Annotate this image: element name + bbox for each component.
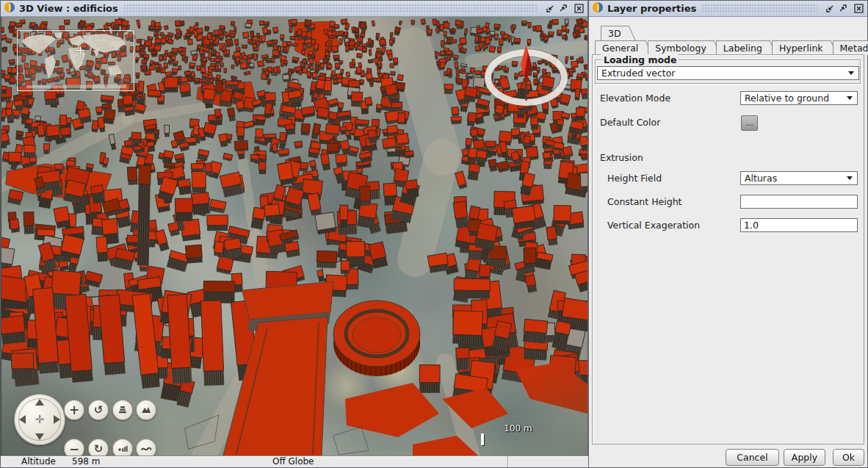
map-location-marker-icon (76, 46, 84, 54)
chevron-down-icon (847, 176, 853, 180)
3d-scene-viewport[interactable]: ✛ + ↺ − ↻ 100 m (1, 17, 587, 457)
chevron-down-icon (847, 96, 853, 100)
close-icon[interactable] (574, 3, 585, 14)
globe-status: Off Globe (272, 456, 314, 467)
chevron-down-icon (848, 71, 854, 75)
elevation-mode-label: Elevation Mode (600, 91, 670, 106)
vertical-exageration-label: Vertical Exageration (607, 218, 700, 233)
gvsig-logo-icon (592, 1, 604, 15)
compass-needle-tail (525, 82, 527, 101)
pan-control-pad[interactable]: ✛ (14, 394, 65, 445)
application-desktop: 3D View : edificios (0, 0, 868, 468)
elevation-mode-select[interactable]: Relative to ground (740, 91, 858, 105)
maximize-icon[interactable] (557, 3, 568, 14)
height-field-value: Alturas (745, 173, 777, 184)
scale-bar: 100 m (481, 423, 555, 444)
tab-hyperlink[interactable]: Hyperlink (772, 40, 831, 55)
height-field-label: Height Field (607, 171, 662, 186)
pan-right-icon[interactable] (54, 415, 60, 424)
loading-mode-group-title: Loading mode (601, 54, 679, 65)
tilt-levels-button[interactable] (112, 400, 133, 420)
titlebar-texture (702, 4, 817, 13)
rotate-right-button[interactable]: ↻ (88, 439, 109, 457)
apply-button[interactable]: Apply (784, 449, 825, 466)
elevation-mode-value: Relative to ground (745, 93, 829, 104)
maximize-icon[interactable] (837, 3, 848, 14)
speed-control-button[interactable] (112, 439, 133, 457)
smooth-terrain-button[interactable] (136, 439, 156, 457)
pan-center-icon: ✛ (35, 413, 45, 426)
signal-bars-icon (117, 443, 129, 455)
terrain-mode-button[interactable] (136, 400, 156, 420)
scale-bar-label: 100 m (481, 423, 555, 433)
3d-view-titlebar[interactable]: 3D View : edificios (1, 1, 587, 17)
pan-down-icon[interactable] (35, 433, 44, 440)
tab-general[interactable]: General (595, 40, 645, 55)
dialog-button-row: Cancel Apply Ok (589, 449, 868, 468)
layer-properties-titlebar[interactable]: Layer properties (589, 1, 867, 17)
minimize-icon[interactable] (825, 3, 836, 14)
cancel-button[interactable]: Cancel (726, 449, 779, 466)
loading-mode-value: Extruded vector (601, 68, 675, 79)
default-color-label: Default Color (600, 115, 660, 130)
3d-view-window: 3D View : edificios (0, 0, 588, 468)
ok-button[interactable]: Ok (833, 449, 864, 466)
world-map-graphic (18, 31, 132, 89)
compass-widget[interactable] (485, 49, 568, 106)
altitude-label: Altitude (21, 456, 56, 467)
tab-labeling[interactable]: Labeling (716, 40, 770, 55)
rotate-left-button[interactable]: ↺ (88, 400, 109, 420)
tab-panel-3d (592, 54, 864, 444)
constant-height-input[interactable] (740, 195, 858, 209)
minimize-icon[interactable] (545, 3, 556, 14)
zoom-out-button[interactable]: − (64, 439, 84, 457)
pan-up-icon[interactable] (35, 399, 44, 406)
layer-properties-window: Layer properties 3D General Symbology La… (588, 0, 868, 468)
status-divider (507, 456, 508, 467)
gvsig-logo-icon (4, 1, 15, 15)
mountain-icon (140, 404, 152, 416)
extrusion-section-label: Extrusion (600, 151, 643, 165)
constant-height-label: Constant Height (607, 195, 682, 209)
status-bar: Altitude 598 m Off Globe (1, 456, 588, 467)
altitude-value: 598 m (72, 456, 100, 467)
titlebar-texture (124, 4, 538, 13)
height-field-select[interactable]: Alturas (740, 171, 858, 185)
tab-symbology[interactable]: Symbology (648, 40, 714, 55)
vertical-exageration-input[interactable] (740, 218, 858, 232)
tab-3d[interactable]: 3D (601, 26, 629, 40)
3d-view-title: 3D View : edificios (19, 3, 118, 14)
layer-properties-title: Layer properties (607, 3, 696, 14)
tab-metadata[interactable]: Metadata (833, 40, 868, 55)
zoom-in-button[interactable]: + (64, 400, 84, 420)
close-icon[interactable] (853, 3, 864, 14)
scale-bar-bracket (481, 433, 484, 445)
loading-mode-select[interactable]: Extruded vector (597, 66, 859, 80)
wave-icon (140, 443, 152, 455)
overview-world-map[interactable] (17, 30, 134, 91)
levels-icon (117, 404, 129, 416)
pan-left-icon[interactable] (19, 415, 26, 424)
default-color-picker-button[interactable]: ... (741, 115, 758, 131)
